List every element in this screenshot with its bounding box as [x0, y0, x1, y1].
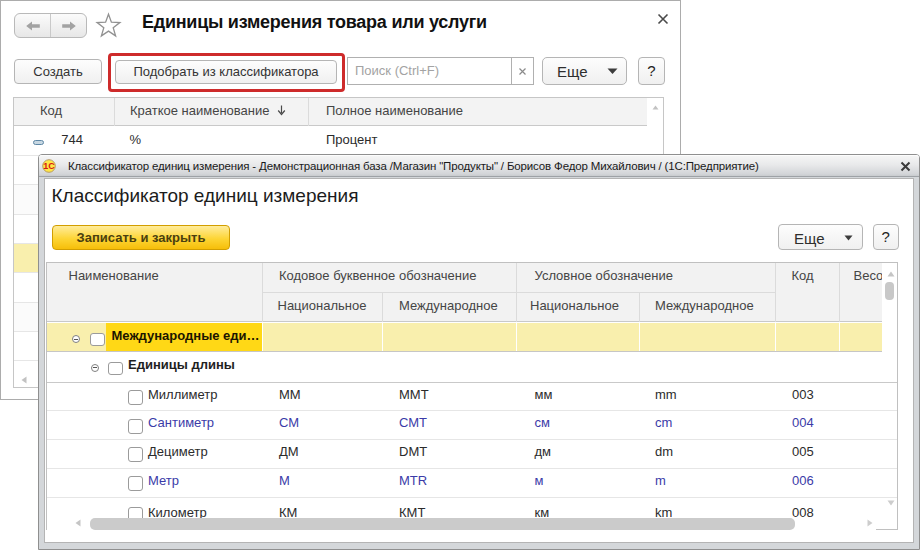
- svg-text:1С: 1С: [43, 161, 55, 171]
